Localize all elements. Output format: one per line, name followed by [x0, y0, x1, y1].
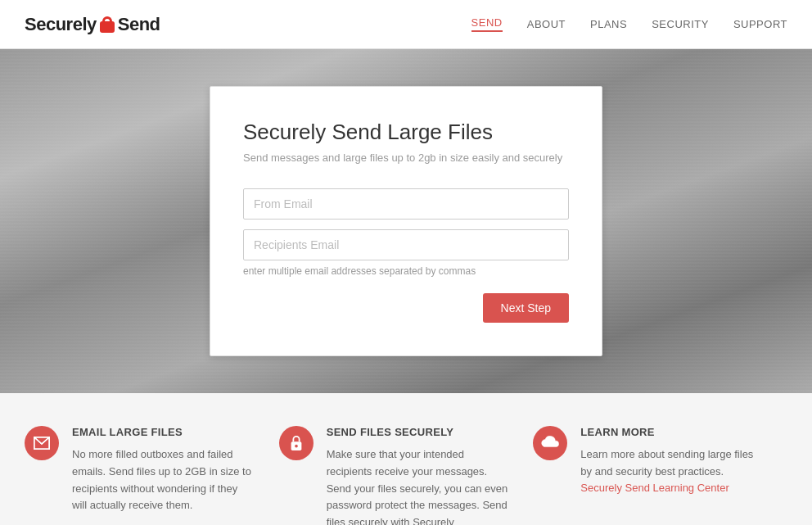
card-title: Securely Send Large Files [243, 120, 569, 145]
lock-icon [289, 435, 304, 451]
logo: Securely Send [25, 14, 160, 35]
header: Securely Send SEND ABOUT PLANS SECURITY … [0, 0, 812, 49]
nav-security[interactable]: SECURITY [652, 18, 709, 30]
send-securely-content: SEND FILES SECURELY Make sure that your … [327, 426, 509, 525]
mail-icon [34, 437, 50, 450]
feature-title-learn: LEARN MORE [580, 426, 763, 438]
email-large-files-content: EMAIL LARGE FILES No more filled outboxe… [72, 426, 255, 514]
feature-learn-more: LEARN MORE Learn more about sending larg… [533, 426, 787, 525]
hero-section: Securely Send Large Files Send messages … [0, 49, 812, 393]
feature-send-securely: SEND FILES SECURELY Make sure that your … [279, 426, 534, 525]
cloud-icon [541, 436, 559, 450]
send-securely-icon [279, 426, 314, 460]
logo-text-after: Send [118, 14, 160, 35]
lock-body [100, 21, 115, 33]
recipients-email-input[interactable] [243, 229, 569, 260]
feature-body-learn: Learn more about sending large files by … [580, 446, 763, 481]
email-large-files-icon [25, 426, 59, 460]
features-section: EMAIL LARGE FILES No more filled outboxe… [0, 393, 812, 525]
from-email-input[interactable] [243, 188, 569, 220]
feature-body-secure: Make sure that your intended recipients … [327, 446, 509, 525]
svg-point-2 [295, 445, 298, 448]
nav-support[interactable]: SUPPORT [733, 18, 787, 30]
main-nav: SEND ABOUT PLANS SECURITY SUPPORT [471, 16, 787, 32]
next-step-button[interactable]: Next Step [483, 293, 569, 323]
nav-plans[interactable]: PLANS [590, 18, 627, 30]
learn-more-icon [533, 426, 567, 460]
card-subtitle: Send messages and large files up to 2gb … [243, 152, 569, 164]
feature-body-email: No more filled outboxes and failed email… [72, 446, 255, 514]
logo-text-before: Securely [25, 14, 97, 35]
recipients-hint: enter multiple email addresses separated… [243, 265, 569, 277]
nav-about[interactable]: ABOUT [527, 18, 566, 30]
learning-center-link[interactable]: Securely Send Learning Center [580, 482, 729, 494]
card-footer: Next Step [243, 293, 569, 323]
learn-more-content: LEARN MORE Learn more about sending larg… [580, 426, 763, 494]
feature-title-email: EMAIL LARGE FILES [72, 426, 255, 438]
nav-send[interactable]: SEND [471, 16, 503, 32]
feature-email-large-files: EMAIL LARGE FILES No more filled outboxe… [25, 426, 279, 525]
feature-title-secure: SEND FILES SECURELY [327, 426, 509, 438]
main-card: Securely Send Large Files Send messages … [210, 86, 602, 356]
logo-lock-icon [98, 16, 116, 33]
